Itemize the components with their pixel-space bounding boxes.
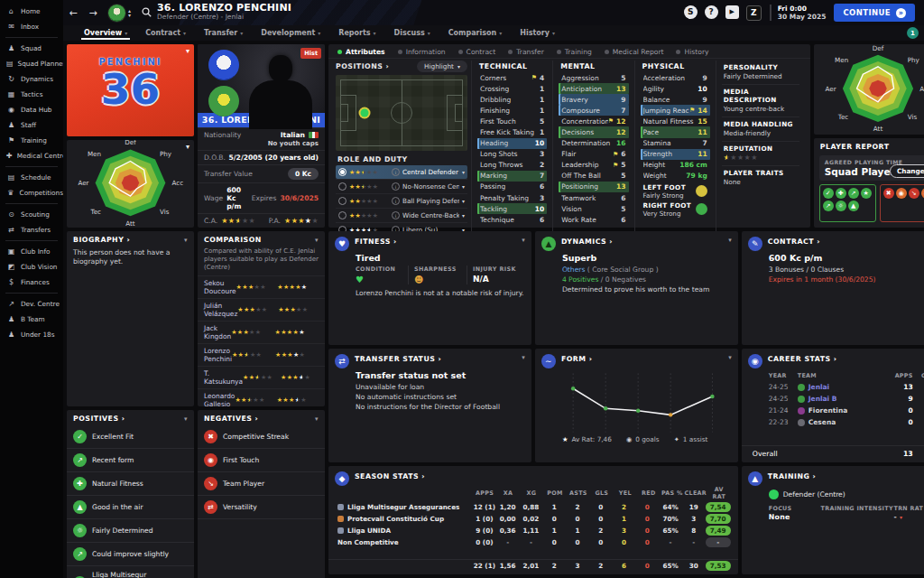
sidebar-item-club-vision[interactable]: ◩Club Vision: [0, 259, 63, 275]
subtab-contract[interactable]: Contract: [458, 48, 496, 56]
sidebar-item-medical-centre[interactable]: ✚Medical Centre: [0, 148, 63, 163]
chevron-down-icon[interactable]: ▾: [462, 169, 465, 175]
tab-development[interactable]: Development▾: [253, 25, 328, 41]
tab-comparison[interactable]: Comparison▾: [440, 25, 510, 41]
collapse-icon[interactable]: ▾: [184, 237, 188, 244]
player-link[interactable]: T. Katsukunya: [204, 369, 243, 386]
collapse-icon[interactable]: ▾: [522, 354, 525, 361]
tab-history[interactable]: History▾: [512, 25, 563, 41]
search-icon[interactable]: [142, 7, 152, 19]
tab-transfer[interactable]: Transfer▾: [196, 25, 251, 41]
sidebar-item-club-info[interactable]: ▣Club Info: [0, 244, 63, 259]
pa-stars: ★★★★★: [277, 284, 319, 291]
assist-boot-icon: ✦: [674, 435, 679, 443]
player-link[interactable]: Julián Velázquez: [204, 302, 237, 318]
role-row-no-nonsense-centre-bac-[interactable]: ★★★★★★iNo-Nonsense Centre-Bac...▾: [336, 179, 467, 193]
competitive-streak-icon: ✖: [883, 188, 894, 199]
zana-icon[interactable]: Z: [746, 5, 762, 21]
subtab-medical-report[interactable]: Medical Report: [605, 48, 664, 56]
position-marker-centre-back[interactable]: [361, 109, 369, 117]
sidebar-item-dynamics[interactable]: ↻Dynamics: [0, 71, 63, 87]
sidebar-item-schedule[interactable]: ▤Schedule: [0, 170, 63, 185]
collapse-icon[interactable]: ▾: [315, 415, 319, 423]
forward-icon[interactable]: →: [83, 7, 103, 19]
sidebar-item-b-team[interactable]: ♟B Team: [0, 312, 63, 327]
career-team-link[interactable]: Jenlai B: [798, 395, 886, 403]
subtab-attributes[interactable]: Attributes: [337, 48, 385, 56]
sidebar-item-squad-planner[interactable]: ▤Squad Planner: [0, 56, 63, 71]
collapse-icon[interactable]: ▾: [186, 143, 189, 151]
tab-overview[interactable]: Overview▾: [76, 25, 135, 41]
subtab-training[interactable]: Training: [557, 48, 592, 56]
season-cell: 2: [589, 527, 613, 535]
player-link[interactable]: Lorenzo Penchini: [204, 347, 232, 363]
role-radio[interactable]: [338, 211, 346, 219]
sidebar-item-squad[interactable]: ♟Squad: [0, 41, 63, 56]
chevron-down-icon[interactable]: ▾: [462, 183, 465, 190]
sidebar-item-competitions[interactable]: ♛Competitions: [0, 185, 63, 200]
player-link[interactable]: Jack Kingdon: [204, 324, 231, 340]
competition-link[interactable]: Protecvall Constitució Cup: [337, 515, 473, 523]
tab-contract[interactable]: Contract▾: [137, 25, 194, 41]
star-icon: ★: [260, 284, 266, 291]
steam-icon[interactable]: S: [684, 5, 698, 19]
collapse-icon[interactable]: ▾: [184, 415, 188, 423]
sidebar-item-inbox[interactable]: ✉Inbox: [0, 19, 63, 34]
highlight-dropdown[interactable]: Highlight▾: [417, 61, 467, 72]
sidebar-item-home[interactable]: ⌂Home: [0, 4, 63, 19]
role-radio[interactable]: [338, 168, 346, 176]
sidebar-item-transfers[interactable]: ⇄Transfers: [0, 222, 63, 238]
svg-text:Att: Att: [125, 219, 135, 228]
continue-button[interactable]: CONTINUE»: [834, 4, 915, 22]
change-button[interactable]: Change: [890, 164, 924, 178]
page-subtitle: Defender (Centre) - Jenlai: [157, 13, 291, 22]
collapse-icon[interactable]: ▾: [315, 237, 319, 244]
profile-notification-badge[interactable]: 1: [907, 27, 919, 39]
role-row-wide-centre-back-de-[interactable]: ★★★★★iWide Centre-Back (De)▾: [336, 208, 467, 222]
collapse-icon[interactable]: ▾: [728, 237, 732, 244]
tab-reports[interactable]: Reports▾: [330, 25, 383, 41]
player-link[interactable]: Sekou Doucoure: [204, 279, 236, 295]
club-crest[interactable]: [108, 5, 125, 22]
back-icon[interactable]: ←: [63, 7, 83, 19]
social-group-link[interactable]: Others: [562, 266, 586, 274]
collapse-icon[interactable]: ▾: [522, 237, 525, 244]
sidebar-item-data-hub[interactable]: ◉Data Hub: [0, 102, 63, 117]
collapse-icon[interactable]: ▾: [728, 354, 732, 361]
chevron-down-icon[interactable]: ▾: [462, 198, 465, 204]
chevron-down-icon[interactable]: ▾: [462, 212, 465, 219]
help-icon[interactable]: ?: [705, 5, 718, 19]
attribute-value: 10: [698, 85, 707, 93]
sidebar-item-training[interactable]: ⚑Training: [0, 133, 63, 148]
season-cell: 1: [613, 515, 636, 523]
sidebar-item-tactics[interactable]: ▦Tactics: [0, 87, 63, 102]
attribute-value: 12: [616, 128, 625, 136]
competition-link[interactable]: Lliga Multisegur Assegurances: [337, 503, 473, 511]
season-cell: -: [682, 538, 706, 546]
competition-link[interactable]: Non Competitive: [337, 538, 473, 546]
youtube-icon[interactable]: ▶: [725, 5, 739, 19]
subtab-information[interactable]: Information: [398, 48, 446, 56]
club-crest-icon: [798, 384, 805, 391]
competition-link[interactable]: Lliga UNIDA: [337, 527, 473, 535]
attribute-name: First Touch: [480, 117, 540, 126]
role-radio[interactable]: [338, 182, 346, 191]
role-radio[interactable]: [338, 197, 346, 205]
role-row-central-defender-co-[interactable]: ★★★★★★iCentral Defender (Co)▾: [336, 165, 467, 179]
info-icon: i: [392, 211, 400, 219]
club-switcher-icon[interactable]: ▴▾: [128, 8, 131, 17]
subtab-history[interactable]: History: [676, 48, 708, 56]
sidebar-item-finances[interactable]: $Finances: [0, 275, 63, 290]
collapse-icon[interactable]: ▾: [186, 47, 189, 55]
sidebar-item-dev-centre[interactable]: ↗Dev. Centre: [0, 296, 63, 312]
sidebar-item-scouting[interactable]: ⊙Scouting: [0, 207, 63, 222]
nav-tabs: Overview▾Contract▾Transfer▾Development▾R…: [63, 25, 924, 41]
sidebar-item-staff[interactable]: ♟Staff: [0, 117, 63, 133]
subtab-transfer[interactable]: Transfer: [508, 48, 544, 56]
career-team-link[interactable]: Jenlai: [798, 383, 886, 391]
role-row-ball-playing-defender-co-[interactable]: ★★★★★iBall Playing Defender (Co)▾: [336, 193, 467, 208]
tab-label: Comparison: [448, 29, 496, 37]
tab-discuss[interactable]: Discuss▾: [386, 25, 439, 41]
player-link[interactable]: Leonardo Gallesio: [204, 392, 235, 408]
sidebar-item-under-18s[interactable]: ♟Under 18s: [0, 327, 63, 342]
